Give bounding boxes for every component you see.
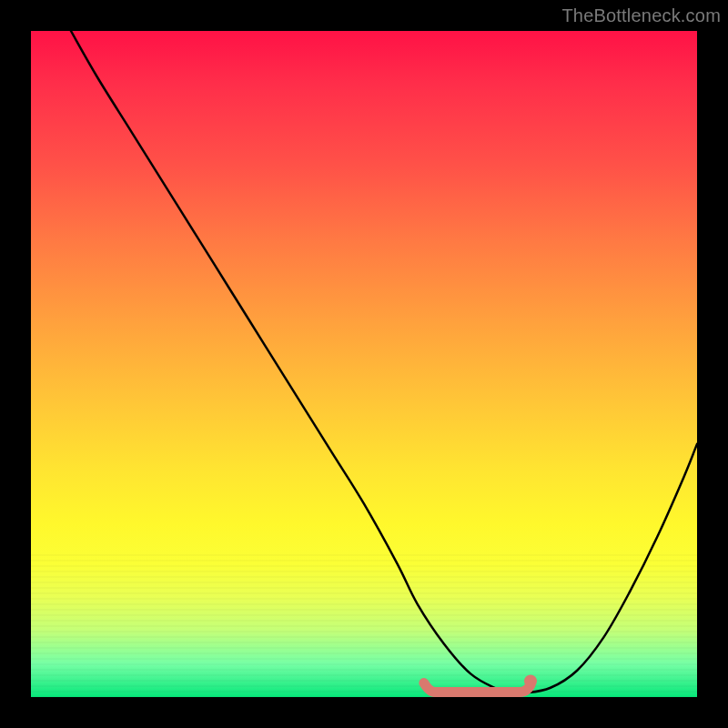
plot-area	[31, 31, 697, 697]
curve-layer	[31, 31, 697, 697]
balanced-band-path	[424, 682, 531, 692]
chart-stage: TheBottleneck.com	[0, 0, 728, 728]
watermark-text: TheBottleneck.com	[561, 5, 721, 26]
bottleneck-curve-path	[71, 31, 697, 693]
marker-dot	[524, 674, 537, 687]
